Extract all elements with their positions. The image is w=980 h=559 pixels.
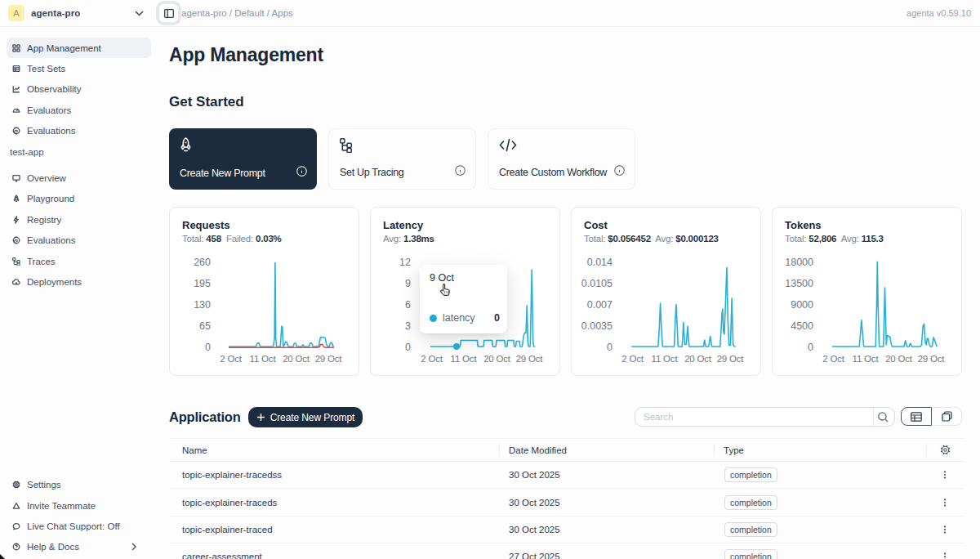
svg-text:260: 260 xyxy=(194,257,211,268)
svg-text:29 Oct: 29 Oct xyxy=(516,354,544,364)
svg-text:29 Oct: 29 Oct xyxy=(315,354,343,364)
svg-text:18000: 18000 xyxy=(785,257,813,268)
svg-text:130: 130 xyxy=(194,299,211,311)
svg-text:0.0105: 0.0105 xyxy=(581,278,612,289)
svg-text:6: 6 xyxy=(405,299,411,311)
svg-text:13500: 13500 xyxy=(785,278,813,289)
svg-text:2 Oct: 2 Oct xyxy=(421,354,443,364)
svg-text:20 Oct: 20 Oct xyxy=(483,354,511,364)
svg-text:4500: 4500 xyxy=(791,320,813,332)
svg-text:65: 65 xyxy=(199,320,211,332)
svg-text:29 Oct: 29 Oct xyxy=(918,354,946,364)
svg-text:29 Oct: 29 Oct xyxy=(717,354,745,364)
svg-text:11 Oct: 11 Oct xyxy=(652,354,679,364)
svg-text:0: 0 xyxy=(205,342,211,353)
svg-text:2 Oct: 2 Oct xyxy=(621,354,644,364)
svg-text:2 Oct: 2 Oct xyxy=(822,354,844,364)
svg-text:20 Oct: 20 Oct xyxy=(283,354,310,364)
svg-text:0: 0 xyxy=(607,342,612,353)
svg-text:0.0035: 0.0035 xyxy=(581,320,612,332)
svg-text:2 Oct: 2 Oct xyxy=(220,354,242,364)
svg-text:9000: 9000 xyxy=(791,299,813,311)
svg-text:3: 3 xyxy=(405,320,411,332)
svg-text:0.007: 0.007 xyxy=(587,299,612,311)
svg-text:11 Oct: 11 Oct xyxy=(250,354,277,364)
svg-text:195: 195 xyxy=(194,278,211,289)
svg-text:11 Oct: 11 Oct xyxy=(853,354,880,364)
svg-text:9: 9 xyxy=(405,278,411,289)
svg-text:0: 0 xyxy=(808,342,813,353)
svg-text:20 Oct: 20 Oct xyxy=(885,354,913,364)
svg-text:20 Oct: 20 Oct xyxy=(684,354,712,364)
svg-text:11 Oct: 11 Oct xyxy=(451,354,478,364)
svg-text:12: 12 xyxy=(399,257,411,268)
svg-text:0: 0 xyxy=(405,342,411,353)
svg-text:0.014: 0.014 xyxy=(587,257,612,268)
